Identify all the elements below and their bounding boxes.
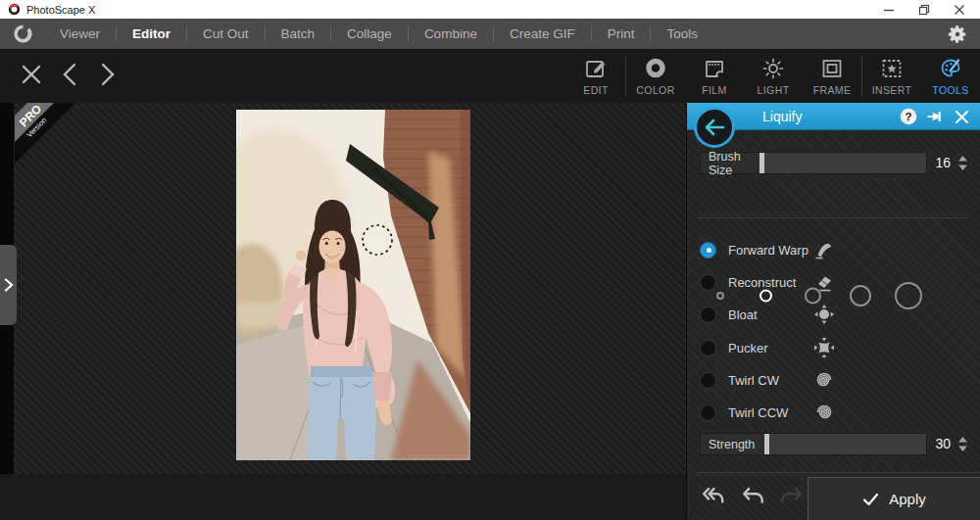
- mode-twirl-cw[interactable]: Twirl CW: [700, 368, 716, 392]
- strength-spinner[interactable]: [957, 436, 968, 452]
- radio-unselected[interactable]: [700, 307, 716, 323]
- toolbar: EDIT COLOR FILM: [0, 49, 980, 103]
- menubar: Viewer Editor Cut Out Batch Collage Comb…: [0, 19, 980, 49]
- color-icon: [643, 56, 668, 81]
- menu-item-combine[interactable]: Combine: [409, 26, 493, 41]
- bloat-icon: [812, 303, 836, 326]
- help-button[interactable]: ?: [900, 108, 917, 125]
- svg-text:?: ?: [905, 111, 911, 122]
- mode-pucker[interactable]: Pucker: [700, 336, 716, 359]
- strength-value[interactable]: 30: [923, 436, 951, 451]
- close-icon: [955, 110, 969, 124]
- liquify-undo-button[interactable]: [739, 485, 766, 508]
- tab-film[interactable]: FILM: [685, 56, 744, 96]
- radio-unselected[interactable]: [700, 372, 716, 389]
- close-panel-button[interactable]: [953, 108, 970, 125]
- panel-divider: [699, 217, 968, 218]
- brush-preset-2[interactable]: [760, 290, 772, 303]
- liquify-brush-cursor: [363, 225, 392, 255]
- brush-preset-1[interactable]: [716, 292, 724, 300]
- brush-preset-5[interactable]: [895, 282, 922, 309]
- tab-frame[interactable]: FRAME: [803, 56, 861, 96]
- pucker-icon: [812, 336, 836, 359]
- light-icon: [760, 56, 786, 81]
- strength-label: Strength: [701, 434, 764, 454]
- apply-label: Apply: [889, 491, 926, 507]
- pin-icon: [926, 108, 944, 125]
- menu-item-collage[interactable]: Collage: [331, 26, 408, 41]
- next-photo-button[interactable]: [96, 62, 120, 87]
- panel-divider: [697, 472, 980, 473]
- checkmark-icon: [862, 493, 879, 506]
- edit-icon: [583, 56, 609, 81]
- app-logo-icon: [8, 3, 21, 16]
- window-title: PhotoScape X: [26, 4, 95, 16]
- frame-icon: [819, 56, 845, 81]
- titlebar: PhotoScape X: [0, 0, 980, 19]
- tab-insert[interactable]: INSERT: [862, 56, 921, 96]
- radio-unselected[interactable]: [700, 404, 716, 421]
- photoscape-swirl-icon: [12, 23, 34, 45]
- apply-button[interactable]: Apply: [808, 477, 980, 520]
- radio-unselected[interactable]: [700, 274, 716, 291]
- photo-canvas[interactable]: [236, 110, 470, 460]
- minimize-button[interactable]: [882, 3, 896, 17]
- tools-palette-icon: [938, 56, 963, 81]
- statusbar: 6% 1:1 − + (2501,2322) REVERT UNDO: [0, 474, 686, 520]
- settings-gear-icon[interactable]: [947, 24, 968, 45]
- strength-slider[interactable]: Strength: [700, 433, 927, 455]
- pro-version-badge: PRO Version: [15, 103, 75, 164]
- radio-unselected[interactable]: [700, 340, 716, 356]
- brush-size-label: Brush Size: [701, 153, 760, 173]
- tab-tools[interactable]: TOOLS: [921, 56, 980, 96]
- liquify-redo-button[interactable]: [778, 485, 806, 508]
- panel-title: Liquify: [762, 109, 802, 124]
- film-icon: [702, 56, 727, 81]
- back-button[interactable]: [694, 107, 735, 148]
- tab-color[interactable]: COLOR: [626, 56, 685, 96]
- insert-icon: [879, 56, 905, 81]
- sidebar-expander[interactable]: [0, 245, 17, 325]
- mode-twirl-ccw[interactable]: Twirl CCW: [700, 401, 716, 424]
- twirl-cw-icon: [812, 368, 836, 392]
- photoscape-window: PhotoScape X Viewer Editor Cut Out: [0, 0, 980, 520]
- tab-light[interactable]: LIGHT: [744, 56, 803, 96]
- menu-item-editor[interactable]: Editor: [117, 26, 186, 41]
- close-window-button[interactable]: [953, 3, 966, 17]
- mode-reconstruct[interactable]: Reconstruct: [700, 270, 716, 294]
- twirl-ccw-icon: [812, 401, 836, 424]
- tab-edit[interactable]: EDIT: [566, 56, 625, 96]
- brush-size-value[interactable]: 16: [923, 155, 951, 170]
- chevron-right-icon: [4, 278, 14, 292]
- mode-bloat[interactable]: Bloat: [700, 303, 716, 326]
- menu-item-tools[interactable]: Tools: [651, 26, 713, 41]
- mode-forward-warp[interactable]: Forward Warp: [700, 238, 716, 261]
- menu-item-cutout[interactable]: Cut Out: [187, 26, 265, 41]
- menu-item-print[interactable]: Print: [592, 26, 651, 41]
- brush-size-slider[interactable]: Brush Size: [700, 152, 927, 174]
- restore-button[interactable]: [917, 3, 931, 17]
- radio-selected[interactable]: [700, 242, 716, 259]
- liquify-panel: Liquify ? Br: [686, 103, 980, 520]
- liquify-undo-all-button[interactable]: [700, 485, 727, 508]
- close-photo-button[interactable]: [20, 62, 43, 87]
- brush-preset-4[interactable]: [850, 285, 871, 307]
- reconstruct-icon: [812, 270, 836, 294]
- back-arrow-icon: [704, 118, 725, 136]
- brush-size-slider-handle[interactable]: [760, 153, 764, 173]
- menu-item-viewer[interactable]: Viewer: [44, 26, 116, 41]
- previous-photo-button[interactable]: [58, 62, 81, 87]
- menu-item-creategif[interactable]: Create GIF: [494, 26, 591, 41]
- forward-warp-icon: [812, 238, 836, 261]
- menu-item-batch[interactable]: Batch: [266, 26, 331, 41]
- strength-slider-handle[interactable]: [764, 434, 769, 454]
- brush-size-spinner[interactable]: [957, 155, 968, 171]
- pin-panel-button[interactable]: [926, 108, 944, 125]
